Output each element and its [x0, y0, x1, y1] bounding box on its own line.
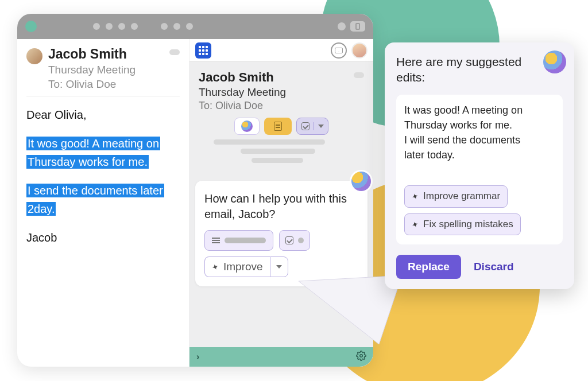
mail-icon[interactable]: [331, 42, 347, 59]
document-icon: [274, 122, 282, 131]
replace-button[interactable]: Replace: [396, 255, 461, 279]
placeholder-preview: [199, 139, 364, 175]
summary-chip[interactable]: [264, 118, 292, 135]
improve-grammar-chip[interactable]: ✦ Improve grammar: [404, 185, 508, 208]
email-signoff: Jacob: [26, 228, 180, 247]
titlebar-dot-icon: [338, 22, 346, 30]
popover-title: Here are my suggested edits:: [396, 54, 563, 85]
checkbox-icon: [301, 122, 310, 130]
email-header: Jacob Smith Thursday Meeting To: Olivia …: [26, 46, 180, 96]
email-selected-paragraph-1: It wos good! A meating on Thursday works…: [26, 134, 180, 171]
email-subject: Thursday Meeting: [48, 63, 136, 77]
settings-gear-icon[interactable]: [356, 351, 366, 363]
assistant-prompt: How can I help you with this email, Jaco…: [204, 191, 358, 222]
assistant-toolbar: [189, 39, 373, 62]
improve-dropdown-toggle[interactable]: [270, 256, 288, 277]
improve-split-button[interactable]: ✦ Improve: [204, 256, 288, 277]
traffic-light-icon[interactable]: [25, 21, 37, 32]
suggested-text: It was good! A meeting on Thursday works…: [396, 95, 563, 245]
email-selected-paragraph-2: I send the documents later 2day.: [26, 181, 180, 218]
assistant-card: How can I help you with this email, Jaco…: [195, 181, 368, 286]
action-option-2[interactable]: [279, 230, 310, 251]
assist-subject: Thursday Meeting: [199, 86, 364, 99]
sidebar-toggle-icon[interactable]: [350, 21, 365, 32]
svg-point-0: [360, 355, 363, 357]
sender-name: Jacob Smith: [48, 46, 136, 63]
assistant-logo-chip[interactable]: [234, 118, 260, 135]
improve-label: Improve: [223, 261, 263, 273]
assistant-orb-icon: [241, 120, 253, 132]
expand-chevron-icon[interactable]: ›: [196, 352, 199, 362]
status-pill: [169, 49, 180, 55]
mail-window: Jacob Smith Thursday Meeting To: Olivia …: [17, 14, 373, 367]
assistant-orb-icon: [351, 172, 371, 191]
window-titlebar: [17, 14, 373, 39]
email-greeting: Dear Olivia,: [26, 106, 180, 124]
action-option-1[interactable]: [204, 230, 273, 251]
list-icon: [212, 238, 220, 243]
improve-button[interactable]: ✦ Improve: [204, 256, 270, 277]
tasks-chip[interactable]: [296, 118, 328, 135]
wand-icon: ✦: [211, 261, 220, 272]
fix-spelling-chip[interactable]: ✦ Fix spelling mistakes: [404, 213, 521, 236]
apps-grid-button[interactable]: [195, 42, 211, 59]
wand-icon: ✦: [410, 217, 420, 231]
quick-action-row: [199, 118, 364, 135]
email-body[interactable]: Dear Olivia, It wos good! A meating on T…: [26, 96, 180, 247]
assistant-orb-icon: [543, 50, 566, 73]
chevron-down-icon: [318, 125, 324, 128]
user-avatar[interactable]: [351, 42, 368, 59]
discard-button[interactable]: Discard: [474, 261, 514, 273]
wand-icon: ✦: [410, 190, 420, 203]
assistant-pane: Jacob Smith Thursday Meeting To: Olivia …: [189, 39, 373, 367]
assistant-footer: ›: [189, 347, 373, 367]
sender-avatar: [26, 48, 42, 64]
checkbox-icon: [285, 236, 293, 244]
suggestion-popover: Here are my suggested edits: It was good…: [385, 42, 574, 289]
assistant-email-header: Jacob Smith Thursday Meeting To: Olivia …: [189, 62, 373, 181]
assist-status-pill: [354, 72, 364, 78]
tab-indicator-dots: [93, 23, 193, 30]
email-preview-pane: Jacob Smith Thursday Meeting To: Olivia …: [17, 39, 189, 367]
assist-to: To: Olivia Doe: [199, 100, 364, 112]
chevron-down-icon: [276, 265, 282, 269]
email-to-line: To: Olivia Doe: [48, 77, 136, 92]
assist-sender: Jacob Smith: [199, 70, 364, 85]
